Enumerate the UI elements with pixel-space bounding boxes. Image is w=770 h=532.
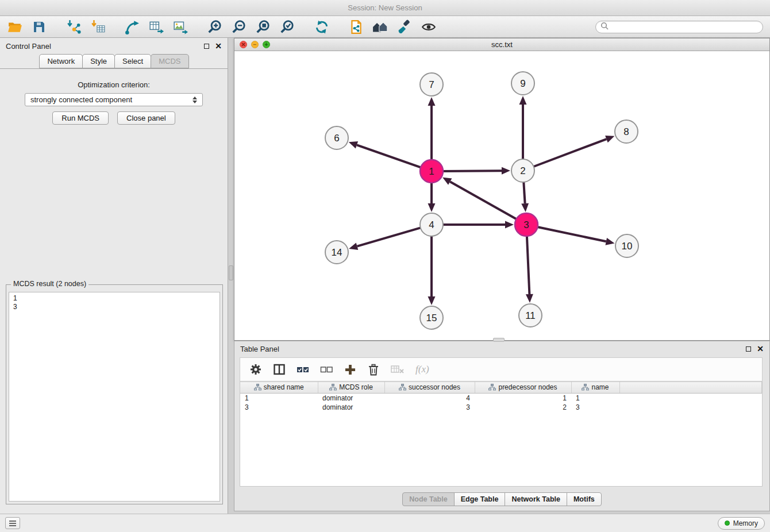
close-panel-icon[interactable]: ✕ (215, 42, 222, 50)
memory-label: Memory (733, 519, 758, 527)
splitter-handle[interactable] (229, 265, 233, 280)
float-table-panel-icon[interactable] (746, 346, 751, 352)
graph-node-2[interactable]: 2 (511, 159, 534, 182)
table-row[interactable]: 3dominator323 (240, 403, 762, 412)
tab-edge-table[interactable]: Edge Table (454, 492, 506, 506)
status-menu-button[interactable] (5, 517, 20, 529)
run-mcds-button[interactable]: Run MCDS (52, 111, 109, 125)
tab-network[interactable]: Network (39, 54, 83, 68)
select-all-columns-icon[interactable] (297, 363, 309, 376)
column-header-name[interactable]: name (571, 382, 619, 394)
table-cell[interactable]: 2 (475, 403, 571, 412)
zoom-in-icon[interactable] (207, 19, 223, 35)
table-cell[interactable]: 1 (571, 394, 619, 403)
column-header-shared-name[interactable]: shared name (240, 382, 318, 394)
add-column-icon[interactable] (344, 363, 356, 376)
table-cell[interactable]: 1 (240, 394, 318, 403)
mcds-result-list[interactable]: 1 3 (9, 292, 220, 502)
graph-node-15[interactable]: 15 (420, 306, 443, 329)
app-title: Session: New Session (348, 3, 422, 12)
graph-node-3[interactable]: 3 (515, 213, 538, 236)
zoom-out-icon[interactable] (231, 19, 247, 35)
delete-column-icon[interactable] (367, 363, 380, 376)
app-titlebar: Session: New Session (0, 0, 770, 16)
network-table-icon[interactable] (148, 19, 164, 35)
graph-node-4[interactable]: 4 (420, 213, 443, 236)
export-image-icon[interactable] (172, 19, 188, 35)
graph-edge-2-3[interactable] (523, 180, 525, 203)
settings-gear-icon[interactable] (249, 363, 262, 376)
zoom-window-icon[interactable]: + (263, 41, 270, 48)
close-table-panel-icon[interactable]: ✕ (757, 345, 764, 353)
control-panel-title: Control Panel (6, 42, 51, 51)
zoom-fit-icon[interactable] (255, 19, 271, 35)
search-input[interactable] (611, 22, 758, 32)
graph-edge-3-1[interactable] (450, 182, 518, 220)
graph-node-7[interactable]: 7 (420, 73, 443, 96)
open-session-icon[interactable] (7, 19, 23, 35)
layout-refresh-icon[interactable] (314, 19, 330, 35)
table-row[interactable]: 1dominator411 (240, 394, 762, 403)
close-panel-button[interactable]: Close panel (117, 111, 175, 125)
deselect-all-columns-icon[interactable] (320, 363, 333, 376)
tab-network-table[interactable]: Network Table (505, 492, 567, 506)
graph-edge-4-14[interactable] (357, 228, 422, 246)
svg-text:11: 11 (525, 310, 536, 321)
style-brush-icon[interactable] (396, 19, 413, 35)
paste-network-icon[interactable] (348, 19, 364, 35)
show-eye-icon[interactable] (421, 19, 437, 35)
criterion-dropdown[interactable]: strongly connected component (25, 93, 203, 106)
column-header-mcds-role[interactable]: MCDS role (318, 382, 384, 394)
panel-splitter[interactable] (229, 38, 234, 514)
memory-button[interactable]: Memory (718, 517, 765, 530)
minimize-window-icon[interactable]: − (251, 41, 259, 48)
column-header-predecessor-nodes[interactable]: predecessor nodes (475, 382, 571, 394)
tab-motifs[interactable]: Motifs (567, 492, 602, 506)
table-cell[interactable]: 3 (240, 403, 318, 412)
graph-node-1[interactable]: 1 (420, 160, 443, 183)
graph-node-10[interactable]: 10 (615, 234, 638, 257)
network-window-titlebar[interactable]: ✕ − + scc.txt (234, 38, 769, 51)
import-table-icon[interactable] (90, 19, 106, 35)
close-window-icon[interactable]: ✕ (240, 41, 247, 48)
search-box[interactable] (595, 21, 763, 33)
graph-node-14[interactable]: 14 (325, 241, 348, 264)
graph-edge-3-11[interactable] (527, 234, 530, 294)
tab-select[interactable]: Select (114, 54, 151, 68)
home-icon[interactable] (372, 19, 388, 35)
network-share-icon[interactable] (124, 19, 140, 35)
graph-edge-1-2[interactable] (441, 171, 502, 171)
tab-style[interactable]: Style (82, 54, 115, 68)
table-cell[interactable]: 3 (571, 403, 619, 412)
graph-edge-arrowhead (505, 221, 514, 229)
graph-node-8[interactable]: 8 (615, 120, 638, 143)
svg-text:2: 2 (520, 165, 525, 176)
graph-edge-3-10[interactable] (536, 227, 606, 242)
graph-edge-1-6[interactable] (357, 145, 422, 168)
zoom-selected-icon[interactable] (279, 19, 295, 35)
import-network-icon[interactable] (66, 19, 82, 35)
table-cell[interactable]: dominator (318, 403, 384, 412)
split-columns-icon[interactable] (273, 363, 286, 376)
table-cell[interactable]: dominator (318, 394, 384, 403)
horizontal-splitter-handle[interactable] (493, 338, 505, 342)
graph-node-6[interactable]: 6 (325, 126, 348, 149)
graph-node-11[interactable]: 11 (519, 304, 542, 327)
network-canvas[interactable]: 7968124314101511 (234, 51, 769, 340)
tab-mcds[interactable]: MCDS (151, 54, 188, 68)
save-session-icon[interactable] (31, 19, 47, 35)
tab-node-table[interactable]: Node Table (402, 492, 454, 506)
svg-text:14: 14 (332, 247, 342, 258)
table-panel-title: Table Panel (240, 345, 279, 353)
svg-text:4: 4 (429, 219, 434, 230)
mcds-result-item: 3 (13, 303, 215, 311)
table-cell[interactable]: 4 (384, 394, 475, 403)
svg-text:8: 8 (623, 126, 629, 137)
graph-node-9[interactable]: 9 (511, 72, 534, 95)
table-cell[interactable]: 3 (384, 403, 475, 412)
column-header-successor-nodes[interactable]: successor nodes (384, 382, 475, 394)
table-toolbar: f(x) (240, 357, 763, 381)
graph-edge-2-8[interactable] (532, 139, 607, 167)
float-panel-icon[interactable] (204, 44, 209, 49)
table-cell[interactable]: 1 (475, 394, 571, 403)
